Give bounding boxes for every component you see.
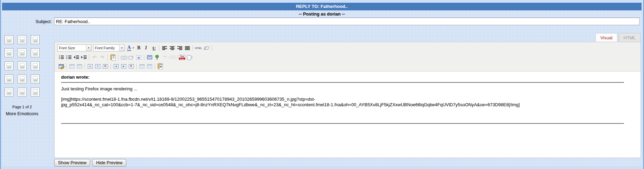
emoticon-placeholder[interactable] (31, 74, 40, 83)
bullet-list-icon (59, 55, 64, 59)
toolbar-separator (89, 54, 89, 60)
merge-cells-button (146, 63, 153, 70)
font-family-select[interactable]: Font Family▼ (93, 44, 125, 51)
emoticon-placeholder[interactable] (18, 35, 27, 44)
reply-page: { "titlebar": { "title": "REPLY TO: Fath… (0, 0, 644, 169)
emoticon-placeholder[interactable] (18, 61, 27, 70)
broken-image-icon (33, 63, 38, 69)
font-size-select-label: Font Size (58, 46, 86, 50)
paste-as-text-button[interactable] (109, 54, 116, 61)
youtube-button[interactable] (178, 54, 186, 61)
indent-button[interactable] (80, 54, 87, 61)
quote-body-text: Just testing Firefox image rendering ... (61, 86, 624, 91)
embed-media-button[interactable] (146, 54, 153, 61)
img-bbcode-line-2: jpg_p552x414&_nc_cat=100&ccb=1-7&_nc_sid… (61, 102, 520, 107)
merge-cells-icon (147, 64, 152, 69)
broken-image-icon (7, 89, 11, 95)
insert-col-after-icon: ▶ (121, 64, 126, 69)
align-justify-button[interactable] (184, 44, 191, 51)
align-right-button[interactable] (176, 44, 183, 51)
insert-row-after-button[interactable]: ▼ (94, 63, 101, 70)
font-color-button[interactable]: A▼ (127, 44, 135, 51)
delete-col-button[interactable]: × (128, 63, 135, 70)
font-family-select-label: Font Family (94, 46, 119, 50)
rich-text-editor: Font Size▼Font Family▼A▼BIUHTML ↶↷a””SPO… (54, 42, 641, 158)
quote-author: dorian wrote: (61, 74, 624, 83)
italic-button[interactable]: I (143, 44, 150, 51)
emoticon-placeholder[interactable] (4, 48, 13, 57)
toolbar-separator (118, 54, 118, 60)
numbered-list-button[interactable] (65, 54, 72, 61)
delete-row-button[interactable]: × (102, 63, 109, 70)
toolbar-separator (66, 63, 67, 69)
remove-link-button (128, 54, 135, 61)
insert-col-before-button[interactable]: ◀ (113, 63, 119, 70)
resize-editor-button[interactable]: ↕ (186, 54, 193, 61)
font-size-select[interactable]: Font Size▼ (57, 44, 91, 51)
emoticon-placeholder[interactable] (31, 48, 40, 57)
emoticon-placeholder[interactable] (18, 74, 27, 83)
toolbar-separator (155, 63, 155, 69)
dropdown-arrow-icon: ▼ (132, 47, 134, 49)
show-preview-button[interactable]: Show Preview (54, 159, 90, 167)
anchor-button[interactable]: a (135, 54, 142, 61)
outdent-button[interactable] (73, 54, 80, 61)
broken-image-icon (20, 89, 25, 95)
insert-image-button[interactable] (154, 54, 160, 61)
emoticon-placeholder[interactable] (18, 88, 27, 97)
broken-image-icon (33, 76, 38, 82)
emoticon-placeholder[interactable] (4, 35, 13, 44)
insert-link-icon (121, 56, 126, 59)
subject-input[interactable] (54, 18, 640, 25)
emoticon-placeholder[interactable] (31, 61, 40, 70)
insert-row-before-button[interactable]: ▲ (87, 63, 94, 70)
toolbar-row-2: ↶↷a””SPOIL↕ (57, 53, 638, 62)
bold-button[interactable]: B (135, 44, 142, 51)
toolbar-separator (193, 45, 193, 51)
align-center-button[interactable] (169, 44, 176, 51)
insert-col-after-button[interactable]: ▶ (120, 63, 127, 70)
dropdown-arrow-icon: ▼ (86, 45, 91, 51)
more-emoticons-link[interactable]: More Emoticons (3, 111, 41, 116)
emoticon-placeholder[interactable] (4, 61, 13, 70)
subject-label: Subject: (17, 19, 52, 24)
numbered-list-icon (66, 55, 71, 59)
emoticon-placeholder[interactable] (31, 35, 40, 44)
toolbar-separator (85, 63, 85, 69)
insert-table-button[interactable] (58, 63, 65, 70)
broken-image-icon (20, 50, 25, 56)
broken-image-icon (33, 89, 38, 95)
broken-image-icon (33, 37, 38, 42)
emoticon-placeholder[interactable] (31, 88, 40, 97)
emoticon-placeholder[interactable] (4, 74, 13, 83)
window-titlebar: REPLY TO: Fatherhood.. (2, 3, 642, 10)
paste-as-text-icon (110, 54, 115, 60)
emoticon-placeholder[interactable] (18, 48, 27, 57)
table-cell-properties-icon (77, 64, 82, 69)
paste-from-word-button[interactable] (157, 63, 164, 70)
italic-icon: I (145, 46, 147, 50)
anchor-icon: a (137, 55, 141, 60)
emoticon-placeholder[interactable] (4, 88, 13, 97)
html-source-button[interactable]: HTML (195, 44, 202, 51)
insert-table-icon (59, 64, 64, 69)
bullet-list-button[interactable] (58, 54, 65, 61)
editor-content[interactable]: dorian wrote: Just testing Firefox image… (55, 72, 641, 158)
broken-image-icon (20, 76, 25, 82)
align-left-button[interactable] (161, 44, 168, 51)
indent-icon (81, 55, 87, 59)
tab-visual[interactable]: Visual (595, 33, 617, 42)
remove-format-button[interactable] (203, 44, 210, 51)
toolbar-separator (144, 54, 144, 60)
broken-image-icon (20, 63, 25, 69)
tab-html[interactable]: HTML (619, 33, 641, 42)
underline-button[interactable]: U (150, 44, 157, 51)
insert-link-button (120, 54, 127, 61)
hide-preview-button[interactable]: Hide Preview (92, 159, 126, 167)
quote-img-bbcode: [img]https://scontent.fmel18-1.fna.fbcdn… (61, 97, 624, 107)
html-source-icon: HTML (195, 47, 202, 49)
table-row-properties-icon (69, 64, 75, 69)
font-color-icon: A (127, 45, 131, 51)
toolbar-row-3: ▲▼×◀▶× (57, 62, 638, 71)
insert-row-after-icon: ▼ (95, 64, 100, 69)
